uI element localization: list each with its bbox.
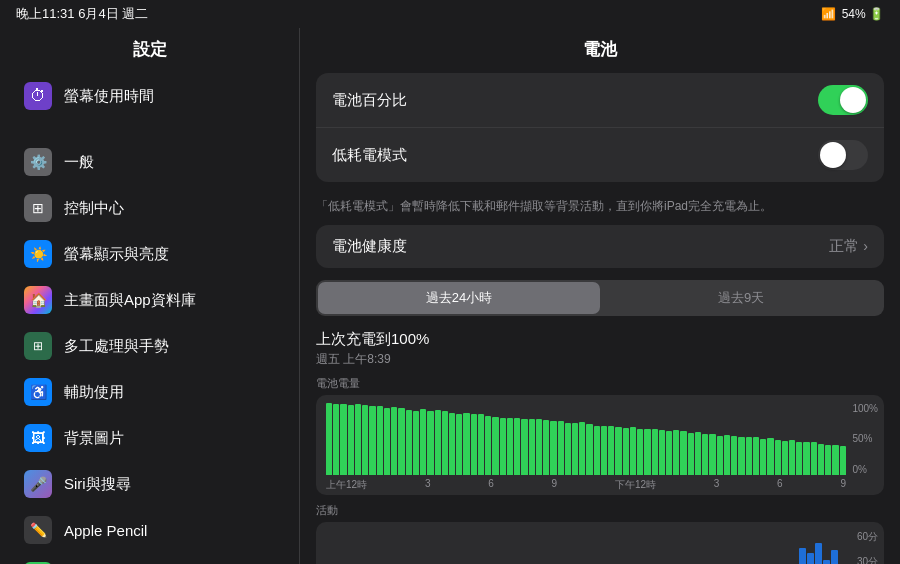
battery-bar (521, 419, 527, 474)
battery-bar (377, 406, 383, 475)
sidebar-item-apple-pencil[interactable]: ✏️ Apple Pencil (12, 507, 287, 553)
tab-selector: 過去24小時 過去9天 (316, 280, 884, 316)
content-title: 電池 (300, 28, 900, 73)
control-center-label: 控制中心 (64, 199, 124, 218)
battery-health-value: 正常 (829, 237, 859, 256)
general-label: 一般 (64, 153, 94, 172)
general-icon: ⚙️ (24, 148, 52, 176)
last-charged-title: 上次充電到100% (316, 330, 884, 349)
battery-bar (717, 436, 723, 475)
battery-bar (326, 403, 332, 475)
sidebar-item-wallpaper[interactable]: 🖼 背景圖片 (12, 415, 287, 461)
battery-bar (485, 416, 491, 475)
battery-bar (840, 446, 846, 475)
battery-percent-toggle[interactable] (818, 85, 868, 115)
sidebar-title: 設定 (0, 28, 299, 69)
homescreen-icon: 🏠 (24, 286, 52, 314)
battery-bar (811, 442, 817, 475)
tab-24h[interactable]: 過去24小時 (318, 282, 600, 314)
chevron-right-icon: › (863, 238, 868, 254)
battery-bar (427, 411, 433, 475)
siri-icon: 🎤 (24, 470, 52, 498)
activity-bar (815, 543, 822, 564)
homescreen-label: 主畫面與App資料庫 (64, 291, 196, 310)
wifi-icon: 📶 (821, 7, 836, 21)
multitask-icon: ⊞ (24, 332, 52, 360)
sidebar-item-display[interactable]: ☀️ 螢幕顯示與亮度 (12, 231, 287, 277)
main-layout: 設定 ⏱ 螢幕使用時間 ⚙️ 一般 ⊞ 控制中心 ☀️ 螢幕顯示與亮度 (0, 28, 900, 564)
status-time: 晚上11:31 6月4日 週二 (16, 5, 148, 23)
sidebar: 設定 ⏱ 螢幕使用時間 ⚙️ 一般 ⊞ 控制中心 ☀️ 螢幕顯示與亮度 (0, 28, 300, 564)
sidebar-item-homescreen[interactable]: 🏠 主畫面與App資料庫 (12, 277, 287, 323)
battery-bar (543, 420, 549, 475)
wallpaper-icon: 🖼 (24, 424, 52, 452)
battery-y-labels: 100% 50% 0% (852, 403, 878, 475)
activity-bars (326, 530, 874, 564)
tab-9d[interactable]: 過去9天 (600, 282, 882, 314)
battery-bar (760, 439, 766, 475)
status-right: 📶 54% 🔋 (821, 7, 884, 21)
low-power-row: 低耗電模式 (316, 127, 884, 182)
battery-bar (384, 408, 390, 475)
battery-health-row[interactable]: 電池健康度 正常 › (316, 225, 884, 268)
last-charged-sub: 週五 上午8:39 (316, 351, 884, 368)
low-power-toggle[interactable] (818, 140, 868, 170)
pencil-label: Apple Pencil (64, 522, 147, 539)
activity-bar (831, 550, 838, 564)
battery-bar (406, 410, 412, 475)
sidebar-item-accessibility[interactable]: ♿ 輔助使用 (12, 369, 287, 415)
battery-chart-section: 電池電量 100% 50% 0% 上午12時 3 6 9 下午12時 3 6 9 (300, 376, 900, 503)
activity-label: 活動 (316, 503, 884, 518)
sidebar-item-control-center[interactable]: ⊞ 控制中心 (12, 185, 287, 231)
battery-bar (637, 429, 643, 475)
battery-bar (572, 423, 578, 475)
battery-bar (673, 430, 679, 474)
battery-bar (558, 421, 564, 474)
battery-percent-row: 電池百分比 (316, 73, 884, 127)
battery-bar (767, 438, 773, 475)
battery-bar (456, 414, 462, 475)
battery-bar (413, 411, 419, 475)
battery-bar (623, 428, 629, 475)
battery-bar (630, 427, 636, 474)
activity-chart: 60分 30分 0分 上午12時 3 6 9 下午12時 3 6 9 6月4日 (316, 522, 884, 564)
sidebar-item-multitask[interactable]: ⊞ 多工處理與手勢 (12, 323, 287, 369)
battery-bar (340, 404, 346, 475)
battery-bar (463, 413, 469, 474)
battery-bar (775, 440, 781, 475)
battery-bar (529, 419, 535, 475)
battery-bar (666, 431, 672, 475)
battery-chart: 100% 50% 0% 上午12時 3 6 9 下午12時 3 6 9 (316, 395, 884, 495)
battery-bar (565, 423, 571, 475)
battery-bar (449, 413, 455, 475)
last-charged-section: 上次充電到100% 週五 上午8:39 (300, 326, 900, 376)
battery-bar (369, 406, 375, 475)
battery-bar (652, 429, 658, 475)
battery-bar (608, 426, 614, 475)
battery-bar (818, 444, 824, 475)
battery-bar (348, 405, 354, 475)
battery-bar (731, 436, 737, 475)
battery-bar (435, 410, 441, 474)
battery-bar (832, 445, 838, 475)
sidebar-item-general[interactable]: ⚙️ 一般 (12, 139, 287, 185)
battery-indicator: 54% 🔋 (842, 7, 884, 21)
activity-y-labels: 60分 30分 0分 (857, 530, 878, 564)
toggle-knob-2 (820, 142, 846, 168)
activity-bar (807, 553, 814, 564)
battery-bar (601, 426, 607, 475)
battery-bar (442, 411, 448, 475)
battery-bar (507, 418, 513, 475)
battery-percent-label: 電池百分比 (332, 91, 407, 110)
sidebar-item-siri[interactable]: 🎤 Siri與搜尋 (12, 461, 287, 507)
low-power-desc: 「低耗電模式」會暫時降低下載和郵件擷取等背景活動，直到你將iPad完全充電為止。 (300, 194, 900, 225)
battery-bar (688, 433, 694, 475)
wallpaper-label: 背景圖片 (64, 429, 124, 448)
screentime-label: 螢幕使用時間 (64, 87, 154, 106)
sidebar-item-screentime[interactable]: ⏱ 螢幕使用時間 (12, 73, 287, 119)
battery-bar (796, 442, 802, 474)
display-icon: ☀️ (24, 240, 52, 268)
battery-bar (579, 422, 585, 474)
sidebar-section-screentime: ⏱ 螢幕使用時間 (0, 69, 299, 123)
sidebar-item-face-id[interactable]: 👤 Face ID與密碼 (12, 553, 287, 564)
